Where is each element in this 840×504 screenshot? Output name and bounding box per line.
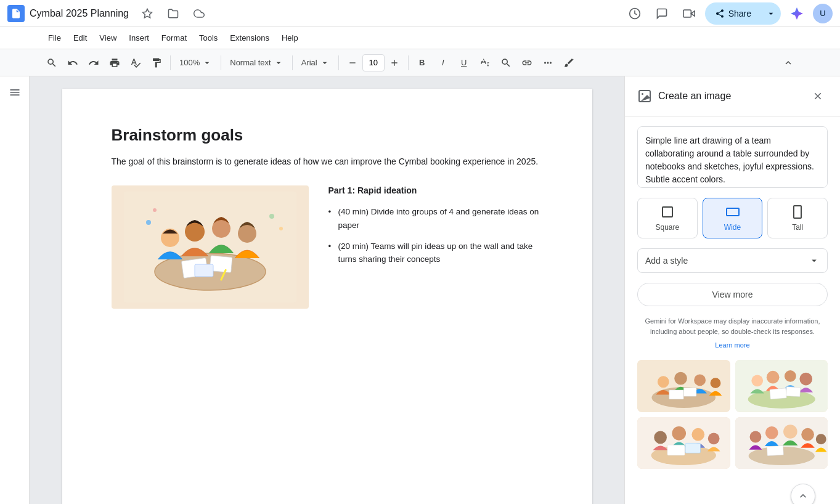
document-body: The goal of this brainstorm is to genera… [112,155,543,168]
bullet-item-1: (40 min) Divide into groups of 4 and gen… [328,205,543,232]
more-button[interactable] [538,53,558,73]
redo-button[interactable] [84,53,104,73]
document-text-block: Part 1: Rapid ideation (40 min) Divide i… [328,185,543,273]
link-button[interactable] [517,53,537,73]
menu-format[interactable]: Format [155,27,193,49]
view-more-button[interactable]: View more [637,283,828,306]
top-actions: Share U [624,2,833,25]
underline-button[interactable]: U [454,53,474,73]
font-size-increase[interactable] [385,53,404,73]
document-area: Brainstorm goals The goal of this brains… [30,76,624,504]
paint-brush-button[interactable] [559,53,579,73]
svg-marker-2 [691,10,695,15]
svg-point-35 [784,370,796,382]
svg-rect-21 [727,208,739,216]
svg-point-27 [694,375,706,386]
svg-rect-38 [786,387,800,397]
menu-file[interactable]: File [42,27,67,49]
italic-button[interactable]: I [433,53,453,73]
share-button[interactable]: Share [705,2,761,25]
disclaimer-block: Gemini for Workspace may display inaccur… [637,316,828,350]
svg-point-53 [815,434,826,444]
menu-view[interactable]: View [93,27,123,49]
svg-rect-3 [683,10,691,17]
text-color-button[interactable] [475,53,495,73]
menu-extensions[interactable]: Extensions [224,27,275,49]
document-title: Cymbal 2025 Planning [30,8,129,19]
style-dropdown[interactable]: Add a style [637,248,828,273]
image-result-3[interactable] [637,417,730,469]
bullet-item-2: (20 min) Teams will pin ideas up on the … [328,240,543,266]
panel-title-row: Create an image [637,89,731,104]
divider-2 [221,55,221,70]
svg-rect-37 [769,388,786,399]
square-icon [660,205,675,219]
svg-rect-20 [663,207,672,217]
collapse-button[interactable] [778,53,798,73]
image-result-2[interactable] [735,360,828,412]
image-result-4[interactable] [735,417,828,469]
bold-button[interactable]: B [412,53,432,73]
panel-title: Create an image [658,91,731,102]
scroll-up-button[interactable] [791,484,815,504]
share-group: Share [705,2,781,25]
sidebar-toggle [0,76,30,504]
aspect-wide-button[interactable]: Wide [703,198,763,238]
font-size-input[interactable] [362,54,385,71]
avatar[interactable]: U [813,4,833,23]
search-button[interactable] [42,53,62,73]
image-grid [637,360,828,469]
print-button[interactable] [105,53,124,73]
font-select[interactable]: Arial [296,53,335,73]
paint-format-button[interactable] [147,53,166,73]
spellcheck-button[interactable] [126,53,145,73]
toolbar: 100% Normal text Arial B I U [0,49,840,76]
prompt-textarea[interactable]: Simple line art drawing of a team collab… [637,126,828,188]
style-select[interactable]: Normal text [225,53,288,73]
main-content: Brainstorm goals The goal of this brains… [0,76,840,504]
svg-rect-8 [195,264,213,277]
menu-help[interactable]: Help [275,27,304,49]
history-button[interactable] [624,2,646,25]
star-button[interactable] [136,2,158,25]
font-size-decrease[interactable] [343,53,362,73]
meet-button[interactable] [678,2,700,25]
svg-point-42 [672,426,686,441]
svg-point-19 [642,93,643,95]
svg-point-44 [708,433,720,444]
svg-point-28 [711,378,721,388]
share-dropdown-button[interactable] [761,2,781,25]
svg-point-49 [749,431,761,442]
undo-button[interactable] [63,53,83,73]
menu-bar: File Edit View Insert Format Tools Exten… [0,27,840,49]
image-result-1[interactable] [637,360,730,412]
divider-3 [292,55,293,70]
learn-more-link[interactable]: Learn more [715,341,749,349]
app-icon [7,5,25,22]
comment-button[interactable] [651,2,673,25]
folder-button[interactable] [162,2,184,25]
aspect-tall-button[interactable]: Tall [767,198,828,238]
menu-tools[interactable]: Tools [193,27,224,49]
document-heading: Brainstorm goals [112,126,543,145]
divider-1 [170,55,171,70]
bullet-list: (40 min) Divide into groups of 4 and gen… [328,205,543,266]
menu-insert[interactable]: Insert [123,27,155,49]
svg-point-34 [766,371,779,384]
zoom-select[interactable]: 100% [174,53,217,73]
panel-close-button[interactable] [808,86,828,106]
aspect-square-button[interactable]: Square [637,198,698,238]
chevron-up-icon [797,490,809,502]
divider-5 [408,55,409,70]
menu-edit[interactable]: Edit [67,27,93,49]
svg-point-52 [801,428,814,441]
tall-icon [790,205,805,219]
svg-rect-46 [685,443,700,453]
highlight-button[interactable] [496,53,516,73]
cloud-button[interactable] [188,2,210,25]
outline-toggle-button[interactable] [4,81,26,104]
svg-rect-29 [669,390,684,399]
gemini-button[interactable] [786,2,808,25]
svg-point-14 [153,208,157,212]
divider-4 [338,55,339,70]
